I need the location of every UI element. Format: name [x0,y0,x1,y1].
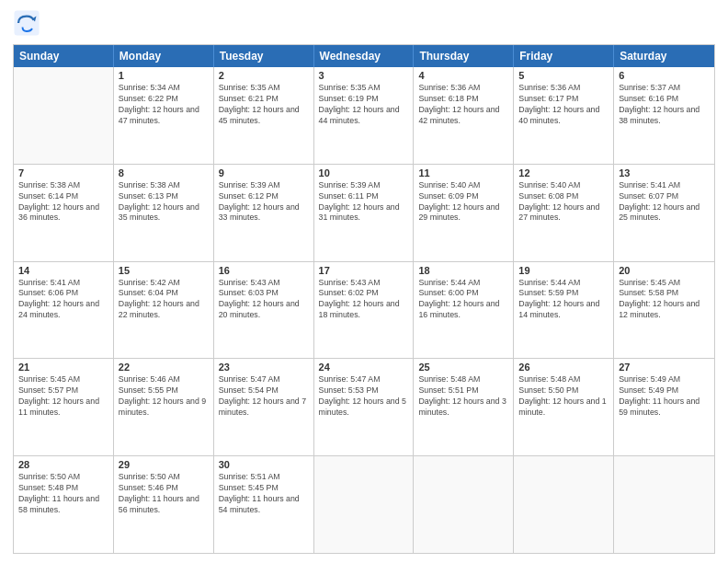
calendar-row-3: 14Sunrise: 5:41 AMSunset: 6:06 PMDayligh… [14,261,714,359]
weekday-header-wednesday: Wednesday [314,45,415,67]
day-info: Sunrise: 5:48 AMSunset: 5:50 PMDaylight:… [518,374,609,419]
day-info: Sunrise: 5:38 AMSunset: 6:13 PMDaylight:… [119,180,209,224]
calendar: SundayMondayTuesdayWednesdayThursdayFrid… [13,44,715,554]
day-number: 29 [119,459,209,470]
calendar-cell: 25Sunrise: 5:48 AMSunset: 5:51 PMDayligh… [414,359,514,455]
day-info: Sunrise: 5:47 AMSunset: 5:53 PMDaylight:… [319,374,409,419]
day-number: 8 [119,167,209,178]
calendar-cell: 2Sunrise: 5:35 AMSunset: 6:21 PMDaylight… [214,67,314,164]
day-number: 25 [418,362,508,373]
calendar-body: 1Sunrise: 5:34 AMSunset: 6:22 PMDaylight… [14,67,714,553]
weekday-header-friday: Friday [514,45,614,67]
calendar-cell [314,456,415,553]
day-info: Sunrise: 5:44 AMSunset: 5:59 PMDaylight:… [518,278,609,322]
day-number: 23 [219,362,309,373]
day-number: 21 [18,362,108,373]
logo-icon [13,9,40,37]
calendar-cell: 8Sunrise: 5:38 AMSunset: 6:13 PMDaylight… [114,165,214,261]
calendar-cell: 6Sunrise: 5:37 AMSunset: 6:16 PMDaylight… [614,67,714,164]
weekday-header-monday: Monday [114,45,214,67]
day-number: 27 [619,362,710,373]
day-info: Sunrise: 5:40 AMSunset: 6:09 PMDaylight:… [418,180,508,224]
day-info: Sunrise: 5:45 AMSunset: 5:58 PMDaylight:… [619,278,710,322]
day-number: 12 [518,167,609,178]
day-info: Sunrise: 5:39 AMSunset: 6:12 PMDaylight:… [219,180,309,224]
calendar-cell: 9Sunrise: 5:39 AMSunset: 6:12 PMDaylight… [214,165,314,261]
page: SundayMondayTuesdayWednesdayThursdayFrid… [0,0,728,563]
day-info: Sunrise: 5:36 AMSunset: 6:17 PMDaylight:… [518,83,609,127]
day-number: 6 [619,70,710,81]
calendar-cell: 26Sunrise: 5:48 AMSunset: 5:50 PMDayligh… [514,359,614,455]
calendar-cell: 17Sunrise: 5:43 AMSunset: 6:02 PMDayligh… [314,262,415,359]
day-number: 22 [119,362,209,373]
calendar-header: SundayMondayTuesdayWednesdayThursdayFrid… [14,45,714,67]
calendar-cell: 18Sunrise: 5:44 AMSunset: 6:00 PMDayligh… [414,262,514,359]
day-info: Sunrise: 5:43 AMSunset: 6:02 PMDaylight:… [319,278,409,322]
calendar-cell: 3Sunrise: 5:35 AMSunset: 6:19 PMDaylight… [314,67,415,164]
day-info: Sunrise: 5:48 AMSunset: 5:51 PMDaylight:… [418,374,508,419]
calendar-cell [14,67,114,164]
day-number: 7 [18,167,108,178]
day-info: Sunrise: 5:34 AMSunset: 6:22 PMDaylight:… [119,83,209,127]
calendar-row-1: 1Sunrise: 5:34 AMSunset: 6:22 PMDaylight… [14,67,714,164]
day-number: 20 [619,265,710,276]
calendar-cell: 5Sunrise: 5:36 AMSunset: 6:17 PMDaylight… [514,67,614,164]
day-info: Sunrise: 5:41 AMSunset: 6:06 PMDaylight:… [18,278,108,322]
calendar-cell: 10Sunrise: 5:39 AMSunset: 6:11 PMDayligh… [314,165,415,261]
day-number: 13 [619,167,710,178]
weekday-header-saturday: Saturday [614,45,714,67]
day-info: Sunrise: 5:50 AMSunset: 5:48 PMDaylight:… [18,472,108,516]
day-info: Sunrise: 5:43 AMSunset: 6:03 PMDaylight:… [219,278,309,322]
day-number: 18 [418,265,508,276]
day-number: 3 [319,70,409,81]
day-info: Sunrise: 5:47 AMSunset: 5:54 PMDaylight:… [219,374,309,419]
calendar-cell: 23Sunrise: 5:47 AMSunset: 5:54 PMDayligh… [214,359,314,455]
day-number: 26 [518,362,609,373]
calendar-cell: 27Sunrise: 5:49 AMSunset: 5:49 PMDayligh… [614,359,714,455]
day-number: 10 [319,167,409,178]
day-info: Sunrise: 5:51 AMSunset: 5:45 PMDaylight:… [219,472,309,516]
calendar-cell: 14Sunrise: 5:41 AMSunset: 6:06 PMDayligh… [14,262,114,359]
calendar-cell: 15Sunrise: 5:42 AMSunset: 6:04 PMDayligh… [114,262,214,359]
calendar-cell: 19Sunrise: 5:44 AMSunset: 5:59 PMDayligh… [514,262,614,359]
day-number: 30 [219,459,309,470]
calendar-cell: 30Sunrise: 5:51 AMSunset: 5:45 PMDayligh… [214,456,314,553]
day-number: 28 [18,459,108,470]
calendar-cell: 1Sunrise: 5:34 AMSunset: 6:22 PMDaylight… [114,67,214,164]
calendar-cell: 22Sunrise: 5:46 AMSunset: 5:55 PMDayligh… [114,359,214,455]
calendar-cell: 24Sunrise: 5:47 AMSunset: 5:53 PMDayligh… [314,359,415,455]
day-info: Sunrise: 5:45 AMSunset: 5:57 PMDaylight:… [18,374,108,419]
day-info: Sunrise: 5:38 AMSunset: 6:14 PMDaylight:… [18,180,108,224]
calendar-cell: 28Sunrise: 5:50 AMSunset: 5:48 PMDayligh… [14,456,114,553]
day-number: 5 [518,70,609,81]
day-number: 24 [319,362,409,373]
day-info: Sunrise: 5:46 AMSunset: 5:55 PMDaylight:… [119,374,209,419]
day-info: Sunrise: 5:42 AMSunset: 6:04 PMDaylight:… [119,278,209,322]
day-number: 15 [119,265,209,276]
day-number: 19 [518,265,609,276]
weekday-header-thursday: Thursday [414,45,514,67]
day-info: Sunrise: 5:41 AMSunset: 6:07 PMDaylight:… [619,180,710,224]
day-number: 9 [219,167,309,178]
calendar-cell: 13Sunrise: 5:41 AMSunset: 6:07 PMDayligh… [614,165,714,261]
calendar-row-5: 28Sunrise: 5:50 AMSunset: 5:48 PMDayligh… [14,455,714,553]
calendar-cell: 20Sunrise: 5:45 AMSunset: 5:58 PMDayligh… [614,262,714,359]
weekday-header-sunday: Sunday [14,45,114,67]
calendar-cell: 7Sunrise: 5:38 AMSunset: 6:14 PMDaylight… [14,165,114,261]
calendar-cell [414,456,514,553]
calendar-cell: 21Sunrise: 5:45 AMSunset: 5:57 PMDayligh… [14,359,114,455]
weekday-header-tuesday: Tuesday [214,45,314,67]
day-info: Sunrise: 5:35 AMSunset: 6:21 PMDaylight:… [219,83,309,127]
day-info: Sunrise: 5:35 AMSunset: 6:19 PMDaylight:… [319,83,409,127]
day-number: 17 [319,265,409,276]
header [13,9,715,37]
day-number: 1 [119,70,209,81]
day-info: Sunrise: 5:44 AMSunset: 6:00 PMDaylight:… [418,278,508,322]
calendar-cell: 29Sunrise: 5:50 AMSunset: 5:46 PMDayligh… [114,456,214,553]
calendar-row-4: 21Sunrise: 5:45 AMSunset: 5:57 PMDayligh… [14,358,714,455]
day-info: Sunrise: 5:49 AMSunset: 5:49 PMDaylight:… [619,374,710,419]
day-info: Sunrise: 5:40 AMSunset: 6:08 PMDaylight:… [518,180,609,224]
calendar-row-2: 7Sunrise: 5:38 AMSunset: 6:14 PMDaylight… [14,164,714,261]
calendar-cell: 11Sunrise: 5:40 AMSunset: 6:09 PMDayligh… [414,165,514,261]
calendar-cell: 16Sunrise: 5:43 AMSunset: 6:03 PMDayligh… [214,262,314,359]
